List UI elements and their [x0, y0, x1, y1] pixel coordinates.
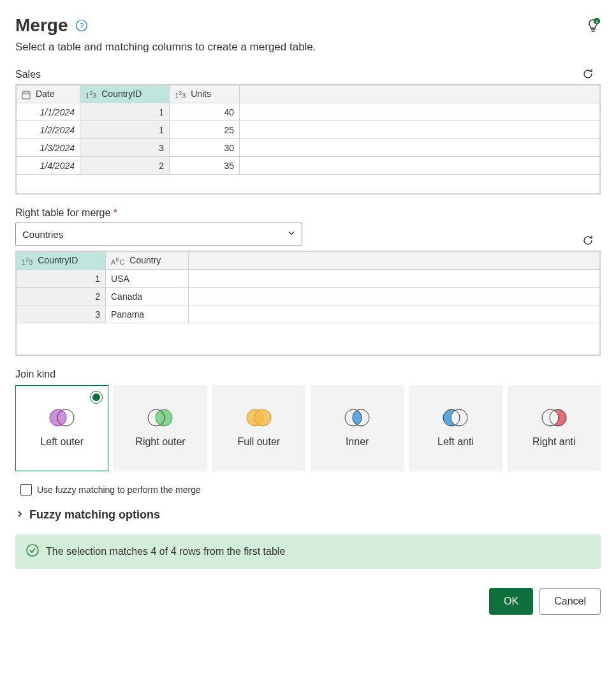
join-inner[interactable]: Inner [311, 385, 404, 471]
col-empty [189, 252, 600, 270]
right-table-label: Right table for merge * [15, 207, 601, 219]
dialog-footer: OK Cancel [15, 588, 601, 615]
venn-right-anti-icon [539, 407, 569, 428]
join-kind-options: Left outer Right outer Full outer Inner … [15, 385, 601, 471]
join-left-anti[interactable]: Left anti [409, 385, 502, 471]
svg-point-13 [254, 409, 271, 426]
chevron-right-icon [15, 508, 24, 522]
sales-table: Date 123 CountryID 123 Units 1/1/2024140… [16, 85, 600, 194]
table1-preview: Date 123 CountryID 123 Units 1/1/2024140… [15, 84, 601, 195]
match-status-bar: The selection matches 4 of 4 rows from t… [15, 534, 601, 569]
col-units-label: Units [191, 89, 211, 99]
cancel-button[interactable]: Cancel [539, 588, 601, 615]
help-icon[interactable]: ? [75, 19, 88, 32]
svg-rect-4 [22, 92, 30, 99]
join-label: Right anti [532, 436, 576, 449]
join-label: Left anti [437, 436, 474, 449]
col-countryid-label: CountryID [101, 89, 142, 99]
join-label: Left outer [40, 436, 84, 449]
col-date-label: Date [36, 89, 55, 99]
table-row[interactable]: 1USA [17, 270, 600, 288]
table-row[interactable]: 1/4/2024235 [17, 157, 600, 175]
idea-icon[interactable]: 1 [585, 18, 601, 33]
fuzzy-checkbox-row[interactable]: Use fuzzy matching to perform the merge [15, 484, 601, 495]
col-units-header[interactable]: 123 Units [170, 85, 240, 103]
number-type-icon: 123 [85, 92, 96, 99]
right-table-value: Countries [22, 229, 63, 240]
svg-point-8 [50, 409, 66, 426]
table-row[interactable]: 3Panama [17, 305, 600, 323]
table-row[interactable]: 1/3/2024330 [17, 139, 600, 157]
col-country-header[interactable]: ABC Country [106, 252, 189, 270]
svg-point-10 [156, 409, 172, 426]
chevron-down-icon [287, 229, 296, 240]
check-circle-icon [26, 543, 40, 560]
refresh-icon[interactable] [581, 67, 595, 81]
venn-inner-icon [342, 407, 372, 428]
dialog-title: Merge [15, 15, 68, 36]
col-countryid-header[interactable]: 123 CountryID [80, 85, 170, 103]
status-text: The selection matches 4 of 4 rows from t… [46, 546, 285, 557]
ok-button[interactable]: OK [489, 588, 533, 615]
svg-text:1: 1 [596, 18, 599, 24]
fuzzy-options-expander[interactable]: Fuzzy matching options [15, 508, 601, 522]
join-kind-label: Join kind [15, 369, 601, 380]
join-right-anti[interactable]: Right anti [508, 385, 601, 471]
col-countryid2-label: CountryID [38, 255, 78, 265]
table1-label: Sales [15, 69, 601, 80]
header-left: Merge ? [15, 15, 88, 36]
text-type-icon: ABC [111, 258, 124, 266]
join-left-outer[interactable]: Left outer [15, 385, 108, 471]
table2-preview: 123 CountryID ABC Country 1USA 2Canada 3… [15, 251, 601, 356]
dialog-subtitle: Select a table and matching columns to c… [15, 41, 601, 54]
number-type-icon: 123 [175, 92, 186, 99]
number-type-icon: 123 [22, 258, 33, 266]
svg-point-28 [27, 545, 38, 556]
join-label: Right outer [135, 436, 185, 449]
fuzzy-checkbox[interactable] [20, 484, 32, 495]
join-label: Inner [346, 436, 369, 449]
col-date-header[interactable]: Date [17, 85, 80, 103]
radio-selected [90, 391, 103, 404]
right-table-select[interactable]: Countries [15, 223, 302, 246]
svg-text:?: ? [80, 22, 84, 29]
col-countryid2-header[interactable]: 123 CountryID [17, 252, 106, 270]
venn-left-outer-icon [47, 407, 77, 428]
venn-full-outer-icon [244, 407, 274, 428]
venn-right-outer-icon [145, 407, 175, 428]
fuzzy-expander-label: Fuzzy matching options [29, 508, 160, 522]
col-empty [240, 85, 600, 103]
col-country-label: Country [129, 255, 161, 265]
table-row[interactable]: 2Canada [17, 288, 600, 305]
required-asterisk: * [114, 207, 117, 218]
join-full-outer[interactable]: Full outer [212, 385, 305, 471]
join-label: Full outer [237, 436, 280, 449]
refresh-icon[interactable] [581, 233, 595, 247]
fuzzy-checkbox-label: Use fuzzy matching to perform the merge [37, 485, 201, 495]
venn-left-anti-icon [440, 407, 471, 428]
table-row[interactable]: 1/1/2024140 [17, 103, 600, 121]
countries-table: 123 CountryID ABC Country 1USA 2Canada 3… [16, 251, 600, 355]
dialog-header: Merge ? 1 [15, 15, 601, 36]
join-right-outer[interactable]: Right outer [114, 385, 207, 471]
table-row[interactable]: 1/2/2024125 [17, 121, 600, 139]
